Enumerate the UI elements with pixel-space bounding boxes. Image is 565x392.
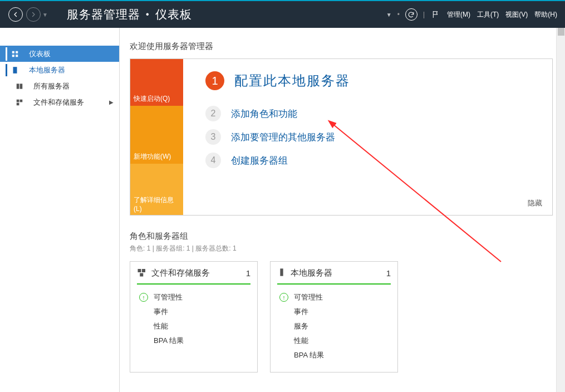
breadcrumb-caret-icon[interactable]: ▼ xyxy=(386,12,392,18)
sidebar-item-label: 本地服务器 xyxy=(29,65,65,75)
topbar-right-group: ▼ • | 管理(M) 工具(T) 视图(V) 帮助(H) xyxy=(386,1,561,28)
svg-rect-2 xyxy=(12,55,14,57)
sidebar-item-local-server[interactable]: 本地服务器 xyxy=(0,62,119,78)
tile-row-text: 性能 xyxy=(154,321,168,331)
dashboard-icon xyxy=(11,50,19,58)
refresh-icon xyxy=(407,11,415,18)
step-number-icon: 1 xyxy=(205,71,224,90)
nav-forward-button[interactable] xyxy=(26,7,41,22)
menu-help[interactable]: 帮助(H) xyxy=(534,10,557,19)
step-add-servers[interactable]: 3 添加要管理的其他服务器 xyxy=(205,129,541,145)
divider: | xyxy=(423,11,425,18)
step-number-icon: 3 xyxy=(205,129,221,145)
step-add-roles[interactable]: 2 添加角色和功能 xyxy=(205,106,541,121)
tile-row-text: 服务 xyxy=(294,321,308,331)
welcome-tab-whatsnew[interactable]: 新增功能(W) xyxy=(130,106,183,164)
highlight-indicator xyxy=(6,64,7,76)
svg-rect-6 xyxy=(20,84,23,89)
tile-row-performance[interactable]: 性能 xyxy=(277,334,391,348)
roles-subtitle: 角色: 1 | 服务器组: 1 | 服务器总数: 1 xyxy=(130,244,565,253)
welcome-steps: 1 配置此本地服务器 2 添加角色和功能 3 添加要管理的其他服务器 4 创建服… xyxy=(183,59,552,215)
breadcrumb-page: 仪表板 xyxy=(155,7,192,22)
tile-separator xyxy=(277,283,391,285)
scrollbar-thumb[interactable] xyxy=(558,28,564,36)
welcome-tab-label: 了解详细信息(L) xyxy=(130,193,183,215)
tile-row-text: 可管理性 xyxy=(154,292,183,302)
body-split: 仪表板 本地服务器 所有服务器 文件和存储服务 ▶ 欢迎使用服务器管理器 xyxy=(0,28,565,392)
breadcrumb-sep-icon: • xyxy=(146,9,150,19)
welcome-panel: 快速启动(Q) 新增功能(W) 了解详细信息(L) 1 配置此本地服务器 2 添… xyxy=(130,58,553,215)
breadcrumb: 服务器管理器 • 仪表板 xyxy=(67,7,192,22)
menu-tools[interactable]: 工具(T) xyxy=(477,10,499,19)
svg-rect-4 xyxy=(13,67,17,74)
svg-rect-12 xyxy=(140,273,143,277)
welcome-tab-learnmore[interactable]: 了解详细信息(L) xyxy=(130,164,183,215)
step-configure-local[interactable]: 1 配置此本地服务器 xyxy=(205,71,541,90)
sidebar-item-dashboard[interactable]: 仪表板 xyxy=(0,46,119,62)
status-up-icon: ↑ xyxy=(139,293,148,302)
tile-row-manageability[interactable]: ↑ 可管理性 xyxy=(277,290,391,305)
notifications-flag-icon[interactable] xyxy=(431,10,440,19)
tile-row-services[interactable]: 服务 xyxy=(277,319,391,334)
step-title: 添加角色和功能 xyxy=(231,107,297,120)
svg-rect-10 xyxy=(138,269,141,272)
tile-row-manageability[interactable]: ↑ 可管理性 xyxy=(137,290,250,305)
refresh-button[interactable] xyxy=(405,8,417,21)
arrow-right-icon xyxy=(30,11,37,18)
svg-rect-3 xyxy=(16,55,18,57)
servers-icon xyxy=(16,82,23,90)
menu-manage[interactable]: 管理(M) xyxy=(447,10,470,19)
tile-head: 本地服务器 1 xyxy=(277,267,391,283)
server-icon xyxy=(277,267,286,279)
vertical-scrollbar[interactable] xyxy=(556,28,565,392)
tile-separator xyxy=(137,283,250,285)
tile-file-storage[interactable]: 文件和存储服务 1 ↑ 可管理性 事件 性能 BPA 结果 xyxy=(130,261,258,373)
svg-rect-7 xyxy=(17,99,19,102)
tile-row-performance[interactable]: 性能 xyxy=(137,319,250,334)
roles-title: 角色和服务器组 xyxy=(130,231,565,242)
step-title: 配置此本地服务器 xyxy=(234,72,350,90)
arrow-left-icon xyxy=(12,11,19,18)
welcome-tab-label: 快速启动(Q) xyxy=(130,92,183,106)
chevron-right-icon: ▶ xyxy=(109,99,114,105)
menu-view[interactable]: 视图(V) xyxy=(505,10,528,19)
server-icon xyxy=(11,66,19,74)
roles-header: 角色和服务器组 角色: 1 | 服务器组: 1 | 服务器总数: 1 xyxy=(130,231,565,253)
tile-row-text: 性能 xyxy=(294,336,308,346)
step-create-group[interactable]: 4 创建服务器组 xyxy=(205,153,541,168)
sidebar-item-all-servers[interactable]: 所有服务器 xyxy=(0,78,119,94)
step-number-icon: 4 xyxy=(205,153,221,168)
nav-history-caret-icon[interactable]: ▼ xyxy=(42,12,48,18)
tile-row-text: BPA 结果 xyxy=(294,350,324,360)
nav-back-forward: ▼ xyxy=(7,7,50,22)
step-title: 添加要管理的其他服务器 xyxy=(231,131,335,144)
tile-local-server[interactable]: 本地服务器 1 ↑ 可管理性 事件 服务 性能 BPA 结果 xyxy=(270,261,398,373)
tile-row-events[interactable]: 事件 xyxy=(137,305,250,319)
tile-title: 本地服务器 xyxy=(291,268,332,278)
hide-link[interactable]: 隐藏 xyxy=(528,198,542,208)
welcome-side-tabs: 快速启动(Q) 新增功能(W) 了解详细信息(L) xyxy=(130,59,183,215)
tile-head: 文件和存储服务 1 xyxy=(137,267,250,283)
svg-rect-1 xyxy=(16,51,18,53)
sidebar-item-storage[interactable]: 文件和存储服务 ▶ xyxy=(0,94,119,110)
svg-rect-0 xyxy=(12,51,14,53)
tile-row-bpa[interactable]: BPA 结果 xyxy=(277,348,391,362)
sidebar-item-label: 所有服务器 xyxy=(33,81,70,91)
svg-rect-9 xyxy=(17,102,19,105)
welcome-heading: 欢迎使用服务器管理器 xyxy=(130,41,565,52)
tile-count: 1 xyxy=(246,268,250,278)
tile-row-events[interactable]: 事件 xyxy=(277,305,391,319)
tile-count: 1 xyxy=(386,268,391,278)
pipe-sep: • xyxy=(397,11,400,18)
welcome-tab-label: 新增功能(W) xyxy=(130,150,183,164)
nav-back-button[interactable] xyxy=(8,7,23,22)
tiles-row: 文件和存储服务 1 ↑ 可管理性 事件 性能 BPA 结果 本地服务 xyxy=(130,261,565,373)
storage-icon xyxy=(16,99,23,106)
tile-row-bpa[interactable]: BPA 结果 xyxy=(137,334,250,348)
active-indicator xyxy=(6,47,7,61)
breadcrumb-app: 服务器管理器 xyxy=(67,7,140,22)
tile-row-text: BPA 结果 xyxy=(154,336,184,346)
welcome-tab-quickstart[interactable]: 快速启动(Q) xyxy=(130,59,183,106)
svg-rect-5 xyxy=(17,84,19,89)
step-number-icon: 2 xyxy=(205,106,221,121)
